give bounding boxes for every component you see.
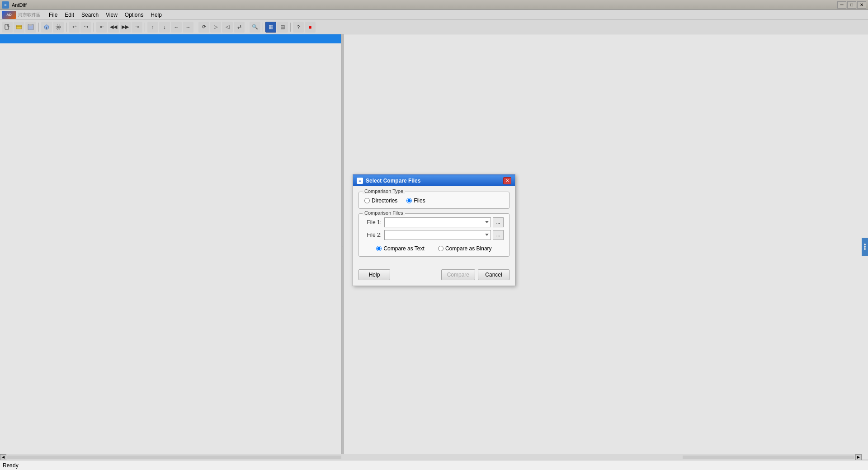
select-compare-files-dialog: ≡ Select Compare Files ✕ Comparison Type…	[353, 174, 515, 286]
file1-browse-button[interactable]: ...	[493, 217, 504, 227]
comparison-type-group: Comparison Type Directories Files	[359, 192, 509, 209]
compare-binary-span: Compare as Binary	[445, 245, 492, 252]
file2-input-wrap: ...	[384, 230, 504, 240]
dialog-close-button[interactable]: ✕	[503, 177, 511, 184]
status-bar: Ready	[0, 460, 868, 470]
files-radio-label[interactable]: Files	[406, 197, 425, 204]
file1-input-wrap: ...	[384, 217, 504, 227]
cancel-button[interactable]: Cancel	[478, 269, 509, 280]
file2-browse-button[interactable]: ...	[493, 230, 504, 240]
directories-radio[interactable]	[364, 198, 370, 203]
compare-text-label[interactable]: Compare as Text	[376, 245, 425, 252]
dialog-body: Comparison Type Directories Files Compar…	[353, 186, 515, 267]
file1-row: File 1: ...	[364, 217, 504, 227]
comparison-type-radio-row: Directories Files	[364, 196, 504, 204]
modal-overlay: ≡ Select Compare Files ✕ Comparison Type…	[0, 0, 868, 460]
comparison-files-group: Comparison Files File 1: ... File 2:	[359, 213, 509, 257]
status-text: Ready	[3, 462, 19, 469]
directories-radio-label[interactable]: Directories	[364, 197, 397, 204]
file2-label: File 2:	[364, 232, 382, 238]
compare-text-radio[interactable]	[376, 246, 382, 251]
dialog-title-bar: ≡ Select Compare Files ✕	[353, 175, 515, 186]
compare-binary-radio[interactable]	[438, 246, 443, 251]
compare-button[interactable]: Compare	[441, 269, 475, 280]
dialog-icon: ≡	[357, 178, 363, 184]
dialog-title-left: ≡ Select Compare Files	[357, 178, 420, 184]
compare-binary-label[interactable]: Compare as Binary	[438, 245, 492, 252]
directories-label: Directories	[372, 197, 397, 204]
file2-dropdown[interactable]	[384, 230, 491, 240]
dialog-btn-group: Compare Cancel	[441, 269, 509, 280]
files-radio[interactable]	[406, 198, 412, 203]
help-button[interactable]: Help	[359, 269, 390, 280]
file1-label: File 1:	[364, 219, 382, 226]
dialog-title: Select Compare Files	[366, 178, 420, 184]
comparison-files-label: Comparison Files	[363, 210, 405, 216]
comparison-type-label: Comparison Type	[363, 188, 405, 194]
compare-text-span: Compare as Text	[383, 245, 425, 252]
compare-mode-row: Compare as Text Compare as Binary	[364, 243, 504, 252]
files-label: Files	[414, 197, 425, 204]
file2-row: File 2: ...	[364, 230, 504, 240]
file1-dropdown[interactable]	[384, 217, 491, 227]
dialog-footer: Help Compare Cancel	[353, 267, 515, 286]
